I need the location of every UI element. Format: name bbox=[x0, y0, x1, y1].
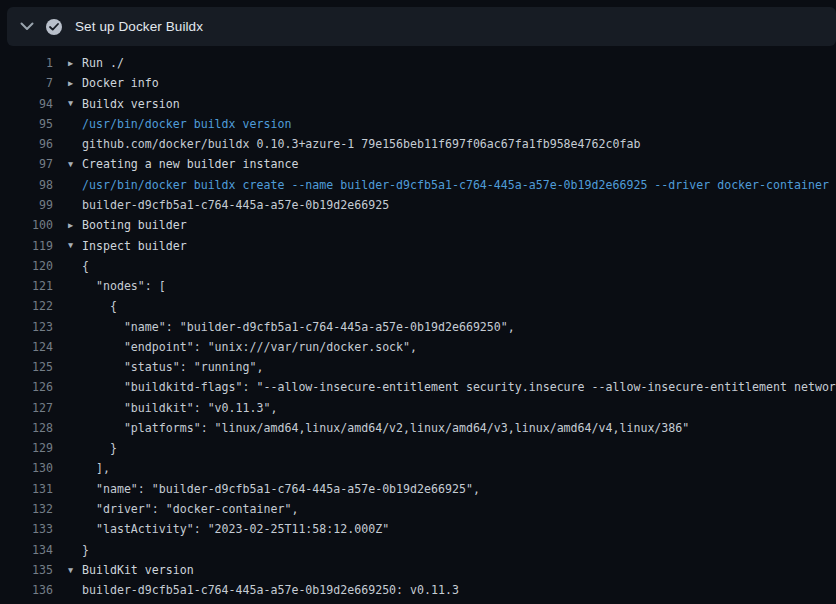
line-number[interactable]: 133 bbox=[0, 522, 53, 536]
group-marker-icon: ▼ bbox=[53, 99, 82, 108]
line-number[interactable]: 7 bbox=[0, 76, 53, 90]
line-number[interactable]: 134 bbox=[0, 543, 53, 557]
group-title[interactable]: Booting builder bbox=[82, 218, 187, 232]
log-row: 134 } bbox=[0, 539, 836, 559]
log-line-text: "status": "running", bbox=[82, 360, 263, 374]
log-line-text: github.com/docker/buildx 0.10.3+azure-1 … bbox=[82, 137, 640, 151]
log-row[interactable]: 100 ▶ Booting builder bbox=[0, 215, 836, 235]
log-row: 122 { bbox=[0, 296, 836, 316]
line-number[interactable]: 129 bbox=[0, 441, 53, 455]
log-line-text: "buildkitd-flags": "--allow-insecure-ent… bbox=[82, 380, 836, 394]
log-line-text: /usr/bin/docker buildx version bbox=[82, 117, 291, 131]
log-line-text: "name": "builder-d9cfb5a1-c764-445a-a57e… bbox=[82, 482, 480, 496]
group-marker-icon: ▼ bbox=[53, 160, 82, 169]
line-number[interactable]: 127 bbox=[0, 401, 53, 415]
check-circle-icon bbox=[46, 19, 62, 35]
line-number[interactable]: 124 bbox=[0, 340, 53, 354]
group-marker-icon: ▶ bbox=[53, 79, 82, 88]
step-title: Set up Docker Buildx bbox=[75, 19, 203, 34]
log-row: 130 ], bbox=[0, 458, 836, 478]
chevron-down-icon bbox=[16, 19, 38, 35]
group-marker-icon: ▼ bbox=[53, 241, 82, 250]
line-number[interactable]: 132 bbox=[0, 502, 53, 516]
log-row: 123 "name": "builder-d9cfb5a1-c764-445a-… bbox=[0, 316, 836, 336]
log-row: 136 builder-d9cfb5a1-c764-445a-a57e-0b19… bbox=[0, 580, 836, 600]
line-number[interactable]: 130 bbox=[0, 461, 53, 475]
log-row[interactable]: 119 ▼ Inspect builder bbox=[0, 235, 836, 255]
log-line-text: builder-d9cfb5a1-c764-445a-a57e-0b19d2e6… bbox=[82, 583, 459, 597]
log-row: 126 "buildkitd-flags": "--allow-insecure… bbox=[0, 377, 836, 397]
line-number[interactable]: 135 bbox=[0, 563, 53, 577]
log-line-text: } bbox=[82, 441, 117, 455]
line-number[interactable]: 100 bbox=[0, 218, 53, 232]
log-row[interactable]: 1 ▶ Run ./ bbox=[0, 53, 836, 73]
log-row: 132 "driver": "docker-container", bbox=[0, 499, 836, 519]
log-line-text: "name": "builder-d9cfb5a1-c764-445a-a57e… bbox=[82, 320, 515, 334]
log-row[interactable]: 7 ▶ Docker info bbox=[0, 73, 836, 93]
log-row: 120 { bbox=[0, 256, 836, 276]
log-row[interactable]: 97 ▼ Creating a new builder instance bbox=[0, 154, 836, 174]
log-line-text: "endpoint": "unix:///var/run/docker.sock… bbox=[82, 340, 417, 354]
log-row: 96 github.com/docker/buildx 0.10.3+azure… bbox=[0, 134, 836, 154]
log-row: 95 /usr/bin/docker buildx version bbox=[0, 114, 836, 134]
log-line-text: /usr/bin/docker buildx create --name bui… bbox=[82, 178, 829, 192]
log-line-text: "platforms": "linux/amd64,linux/amd64/v2… bbox=[82, 421, 689, 435]
line-number[interactable]: 1 bbox=[0, 56, 53, 70]
log-line-text: { bbox=[82, 259, 89, 273]
line-number[interactable]: 122 bbox=[0, 299, 53, 313]
log-viewer: 1 ▶ Run ./ 7 ▶ Docker info 94 ▼ Buildx v… bbox=[0, 46, 836, 600]
group-marker-icon: ▶ bbox=[53, 59, 82, 68]
log-row: 124 "endpoint": "unix:///var/run/docker.… bbox=[0, 337, 836, 357]
line-number[interactable]: 128 bbox=[0, 421, 53, 435]
line-number[interactable]: 123 bbox=[0, 320, 53, 334]
log-line-text: } bbox=[82, 543, 89, 557]
group-title[interactable]: Buildx version bbox=[82, 97, 180, 111]
line-number[interactable]: 125 bbox=[0, 360, 53, 374]
log-row: 127 "buildkit": "v0.11.3", bbox=[0, 398, 836, 418]
log-line-text: "buildkit": "v0.11.3", bbox=[82, 401, 277, 415]
line-number[interactable]: 95 bbox=[0, 117, 53, 131]
group-marker-icon: ▼ bbox=[53, 566, 82, 575]
log-row[interactable]: 94 ▼ Buildx version bbox=[0, 94, 836, 114]
log-line-text: ], bbox=[82, 461, 110, 475]
line-number[interactable]: 131 bbox=[0, 482, 53, 496]
log-row: 121 "nodes": [ bbox=[0, 276, 836, 296]
log-row: 133 "lastActivity": "2023-02-25T11:58:12… bbox=[0, 519, 836, 539]
log-row: 98 /usr/bin/docker buildx create --name … bbox=[0, 175, 836, 195]
group-title[interactable]: Inspect builder bbox=[82, 239, 187, 253]
step-header[interactable]: Set up Docker Buildx bbox=[7, 7, 836, 46]
log-line-text: builder-d9cfb5a1-c764-445a-a57e-0b19d2e6… bbox=[82, 198, 389, 212]
log-row[interactable]: 135 ▼ BuildKit version bbox=[0, 560, 836, 580]
line-number[interactable]: 119 bbox=[0, 239, 53, 253]
log-row: 99 builder-d9cfb5a1-c764-445a-a57e-0b19d… bbox=[0, 195, 836, 215]
line-number[interactable]: 99 bbox=[0, 198, 53, 212]
log-row: 128 "platforms": "linux/amd64,linux/amd6… bbox=[0, 418, 836, 438]
line-number[interactable]: 126 bbox=[0, 380, 53, 394]
group-title[interactable]: BuildKit version bbox=[82, 563, 194, 577]
group-title[interactable]: Creating a new builder instance bbox=[82, 157, 298, 171]
log-line-text: "driver": "docker-container", bbox=[82, 502, 298, 516]
line-number[interactable]: 97 bbox=[0, 157, 53, 171]
group-title[interactable]: Run ./ bbox=[82, 56, 124, 70]
line-number[interactable]: 121 bbox=[0, 279, 53, 293]
line-number[interactable]: 94 bbox=[0, 97, 53, 111]
log-line-text: { bbox=[82, 299, 117, 313]
line-number[interactable]: 96 bbox=[0, 137, 53, 151]
log-line-text: "lastActivity": "2023-02-25T11:58:12.000… bbox=[82, 522, 389, 536]
log-line-text: "nodes": [ bbox=[82, 279, 166, 293]
line-number[interactable]: 120 bbox=[0, 259, 53, 273]
log-row: 129 } bbox=[0, 438, 836, 458]
group-marker-icon: ▶ bbox=[53, 221, 82, 230]
log-row: 131 "name": "builder-d9cfb5a1-c764-445a-… bbox=[0, 479, 836, 499]
line-number[interactable]: 136 bbox=[0, 583, 53, 597]
log-row: 125 "status": "running", bbox=[0, 357, 836, 377]
line-number[interactable]: 98 bbox=[0, 178, 53, 192]
group-title[interactable]: Docker info bbox=[82, 76, 159, 90]
